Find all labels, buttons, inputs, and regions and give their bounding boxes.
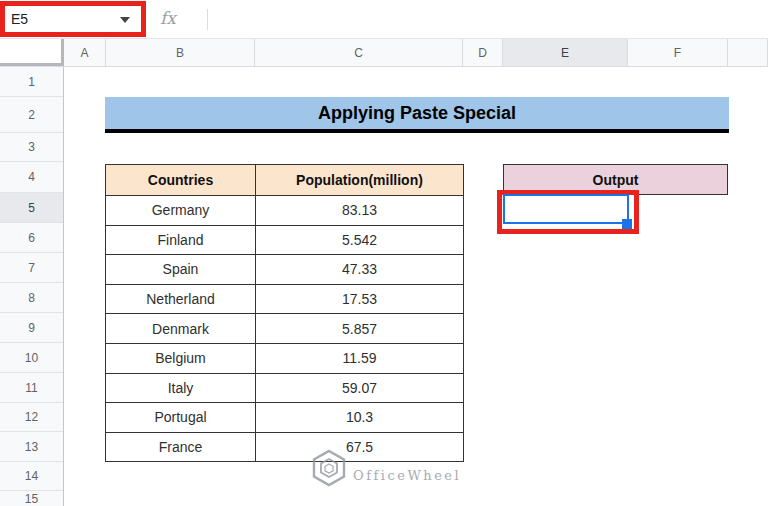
cell-population[interactable]: 10.3 bbox=[256, 403, 464, 433]
column-header-strip: A B C D E F bbox=[0, 39, 768, 67]
formula-bar: E5 fx bbox=[0, 0, 768, 39]
select-all-corner[interactable] bbox=[0, 39, 64, 66]
column-header-partial[interactable] bbox=[728, 39, 768, 66]
table-row: Denmark 5.857 bbox=[106, 314, 464, 344]
cell-population[interactable]: 59.07 bbox=[256, 373, 464, 403]
cell-population[interactable]: 47.33 bbox=[256, 255, 464, 285]
table-row: France 67.5 bbox=[106, 432, 464, 462]
fill-handle[interactable] bbox=[622, 219, 632, 229]
table-header-row: Countries Population(million) bbox=[106, 165, 464, 196]
spreadsheet-app: E5 fx A B C D E F 1 2 3 4 5 6 7 8 9 10 1… bbox=[0, 0, 768, 506]
namebox-red-annotation-box: E5 bbox=[0, 1, 146, 37]
cell-population[interactable]: 17.53 bbox=[256, 284, 464, 314]
cell-country[interactable]: Portugal bbox=[106, 403, 256, 433]
formula-input[interactable] bbox=[216, 0, 768, 38]
countries-table: Countries Population(million) Germany 83… bbox=[105, 164, 464, 462]
table-row: Portugal 10.3 bbox=[106, 403, 464, 433]
table-row: Finland 5.542 bbox=[106, 225, 464, 255]
row-header-7[interactable]: 7 bbox=[0, 253, 63, 283]
column-header-e[interactable]: E bbox=[503, 39, 628, 66]
table-row: Netherland 17.53 bbox=[106, 284, 464, 314]
cell-population[interactable]: 83.13 bbox=[256, 196, 464, 226]
cell-country[interactable]: Belgium bbox=[106, 343, 256, 373]
row-header-10[interactable]: 10 bbox=[0, 343, 63, 373]
table-row: Spain 47.33 bbox=[106, 255, 464, 285]
table-row: Belgium 11.59 bbox=[106, 343, 464, 373]
row-header-strip: 1 2 3 4 5 6 7 8 9 10 11 12 13 14 15 bbox=[0, 67, 64, 506]
table-row: Italy 59.07 bbox=[106, 373, 464, 403]
row-header-5[interactable]: 5 bbox=[0, 193, 63, 223]
cell-country[interactable]: Denmark bbox=[106, 314, 256, 344]
cell-population[interactable]: 11.59 bbox=[256, 343, 464, 373]
column-header-b[interactable]: B bbox=[106, 39, 255, 66]
cell-population[interactable]: 5.857 bbox=[256, 314, 464, 344]
row-header-15[interactable]: 15 bbox=[0, 491, 63, 506]
cell-country[interactable]: Finland bbox=[106, 225, 256, 255]
sheet-title-cell[interactable]: Applying Paste Special bbox=[105, 97, 729, 133]
cell-population[interactable]: 5.542 bbox=[256, 225, 464, 255]
column-header-d[interactable]: D bbox=[463, 39, 503, 66]
cell-country[interactable]: Netherland bbox=[106, 284, 256, 314]
column-header-f[interactable]: F bbox=[628, 39, 728, 66]
selected-cell-e5[interactable] bbox=[503, 194, 629, 224]
countries-header-cell[interactable]: Countries bbox=[106, 165, 256, 196]
fx-icon: fx bbox=[160, 8, 176, 28]
cell-country[interactable]: Spain bbox=[106, 255, 256, 285]
formula-bar-divider bbox=[207, 9, 208, 30]
row-header-2[interactable]: 2 bbox=[0, 97, 63, 133]
row-header-9[interactable]: 9 bbox=[0, 313, 63, 343]
cell-population[interactable]: 67.5 bbox=[256, 432, 464, 462]
table-row: Germany 83.13 bbox=[106, 196, 464, 226]
row-header-3[interactable]: 3 bbox=[0, 133, 63, 162]
row-header-12[interactable]: 12 bbox=[0, 403, 63, 432]
row-header-13[interactable]: 13 bbox=[0, 432, 63, 462]
row-header-4[interactable]: 4 bbox=[0, 162, 63, 193]
row-header-14[interactable]: 14 bbox=[0, 462, 63, 491]
watermark-text: OfficeWheel bbox=[353, 468, 461, 483]
cell-country[interactable]: France bbox=[106, 432, 256, 462]
row-header-8[interactable]: 8 bbox=[0, 283, 63, 313]
population-header-cell[interactable]: Population(million) bbox=[256, 165, 464, 196]
row-header-11[interactable]: 11 bbox=[0, 373, 63, 403]
cell-country[interactable]: Germany bbox=[106, 196, 256, 226]
cell-country[interactable]: Italy bbox=[106, 373, 256, 403]
column-header-c[interactable]: C bbox=[255, 39, 463, 66]
row-header-1[interactable]: 1 bbox=[0, 67, 63, 97]
name-box[interactable]: E5 bbox=[5, 6, 141, 32]
row-header-6[interactable]: 6 bbox=[0, 223, 63, 253]
column-header-a[interactable]: A bbox=[64, 39, 106, 66]
name-box-value: E5 bbox=[11, 11, 28, 27]
name-box-dropdown-icon[interactable] bbox=[120, 17, 130, 23]
